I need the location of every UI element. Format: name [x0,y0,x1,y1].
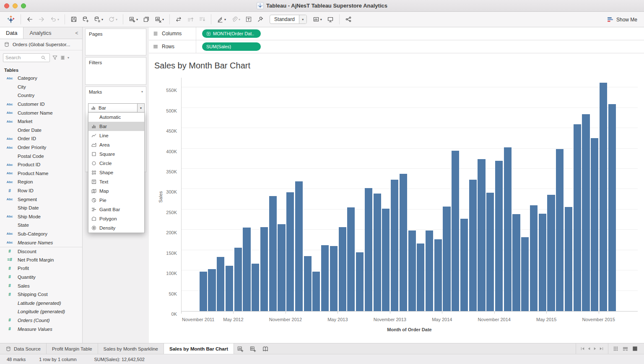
new-worksheet-button[interactable]: ▾ [126,13,140,25]
bar-nov-2014[interactable] [495,161,503,311]
bar-mar-2015[interactable] [530,205,538,311]
field-quantity[interactable]: #Quantity [0,273,82,282]
datasource-item[interactable]: Orders (Global Superstor... [0,39,82,50]
bar-oct-2015[interactable] [591,138,598,311]
undo-redo-button[interactable]: ▾ [47,13,62,25]
bar-jul-2015[interactable] [565,207,572,311]
fix-axes-button[interactable] [254,13,266,25]
show-mark-labels-button[interactable] [243,13,254,25]
bar-may-2015[interactable] [547,195,555,311]
bar-dec-2015[interactable] [608,104,616,311]
previous-sheet-button[interactable] [587,346,591,351]
field-product-name[interactable]: AbcProduct Name [0,169,82,178]
field-segment[interactable]: AbcSegment [0,195,82,204]
bar-nov-2013[interactable] [391,180,398,311]
bar-sep-2012[interactable] [269,196,277,311]
bar-jan-2015[interactable] [512,214,520,311]
field-row-id[interactable]: #Row ID [0,186,82,195]
new-dashboard-button[interactable] [247,343,259,354]
pause-auto-updates-button[interactable]: ▾ [91,13,106,25]
new-story-button[interactable] [259,343,272,354]
field-customer-id[interactable]: AbcCustomer ID [0,100,82,109]
mark-type-line[interactable]: Line [88,131,144,140]
sort-ascending-button[interactable] [184,13,196,25]
sheet-tab-data-source[interactable]: Data Source [0,343,47,354]
bar-feb-2013[interactable] [312,272,320,311]
duplicate-sheet-button[interactable] [140,13,152,25]
tab-data[interactable]: Data [0,27,23,39]
field-state[interactable]: State [0,221,82,230]
field-sales[interactable]: #Sales [0,281,82,290]
chevron-down-icon[interactable]: ▾ [137,104,144,112]
show-me-button[interactable]: Show Me [607,12,637,27]
bar-sep-2014[interactable] [478,159,485,311]
marks-menu-icon[interactable]: ▾ [141,90,143,94]
bar-nov-2012[interactable] [286,192,294,311]
field-category[interactable]: AbcCategory [0,74,82,83]
field-order-id[interactable]: AbcOrder ID [0,134,82,143]
search-input[interactable] [5,55,41,60]
bar-aug-2013[interactable] [365,188,372,311]
field-longitude-generated[interactable]: Longitude (generated) [0,307,82,316]
field-customer-name[interactable]: AbcCustomer Name [0,108,82,117]
bar-apr-2013[interactable] [330,246,338,311]
field-postal-code[interactable]: Postal Code [0,152,82,160]
bar-jan-2013[interactable] [304,256,312,311]
first-sheet-button[interactable] [580,346,585,351]
bar-sep-2013[interactable] [374,194,381,311]
bar-dec-2014[interactable] [504,147,512,311]
bar-mar-2014[interactable] [426,230,433,311]
bar-oct-2013[interactable] [382,209,390,311]
bar-aug-2015[interactable] [574,124,581,311]
bar-aug-2014[interactable] [469,180,477,311]
filters-shelf[interactable]: Filters [85,57,146,85]
collapse-pane-button[interactable]: < [71,27,82,39]
field-ship-date[interactable]: Ship Date [0,204,82,212]
zoom-window-button[interactable] [21,3,26,8]
mark-type-gantt-bar[interactable]: Gantt Bar [88,205,144,214]
field-latitude-generated[interactable]: Latitude (generated) [0,299,82,307]
bar-jun-2013[interactable] [347,207,355,311]
chevron-down-icon[interactable]: ▾ [68,56,69,60]
bar-jan-2014[interactable] [408,230,416,311]
bar-may-2013[interactable] [339,227,346,311]
show-tabs-button[interactable] [613,346,619,352]
back-button[interactable] [24,13,36,25]
bar-aug-2012[interactable] [260,227,268,311]
field-measure-names[interactable]: AbcMeasure Names [0,238,82,247]
field-market[interactable]: AbcMarket [0,117,82,126]
bar-jun-2014[interactable] [452,151,459,311]
last-sheet-button[interactable] [599,346,604,351]
field-product-id[interactable]: AbcProduct ID [0,160,82,169]
run-update-button[interactable]: ▾ [106,13,120,25]
bar-may-2014[interactable] [443,207,450,311]
clear-sheet-button[interactable]: ▾ [152,13,166,25]
mark-type-square[interactable]: Square [88,149,144,159]
bar-jul-2014[interactable] [460,219,468,311]
field-net-profit-margin[interactable]: =#Net Profit Margin [0,255,82,264]
expand-pill-icon[interactable] [206,31,211,36]
next-sheet-button[interactable] [593,346,597,351]
bar-oct-2012[interactable] [278,224,285,311]
bar-jun-2015[interactable] [556,149,564,312]
mark-type-pie[interactable]: Pie [88,196,144,205]
field-discount[interactable]: #Discount [0,247,82,256]
highlight-button[interactable]: ▾ [214,13,229,25]
filter-fields-icon[interactable] [52,55,58,60]
mark-type-polygon[interactable]: Polygon [88,214,144,223]
bar-dec-2012[interactable] [295,181,303,311]
sort-descending-button[interactable] [196,13,208,25]
field-measure-values[interactable]: #Measure Values [0,325,82,333]
field-profit[interactable]: #Profit [0,264,82,273]
sheet-tab-sales-by-month-sparkline[interactable]: Sales by Month Sparkline [98,343,164,354]
bar-mar-2012[interactable] [217,257,224,311]
mark-type-map[interactable]: Map [88,186,144,196]
bar-apr-2014[interactable] [434,239,442,311]
field-orders-count[interactable]: #Orders (Count) [0,316,82,325]
new-data-source-button[interactable] [80,13,91,25]
pill-month-order-date[interactable]: MONTH(Order Dat.. [202,29,261,38]
fit-select[interactable]: Standard▾ [270,15,307,24]
bar-mar-2013[interactable] [321,245,329,311]
field-sub-category[interactable]: AbcSub-Category [0,230,82,238]
show-sheet-button[interactable] [632,346,638,352]
